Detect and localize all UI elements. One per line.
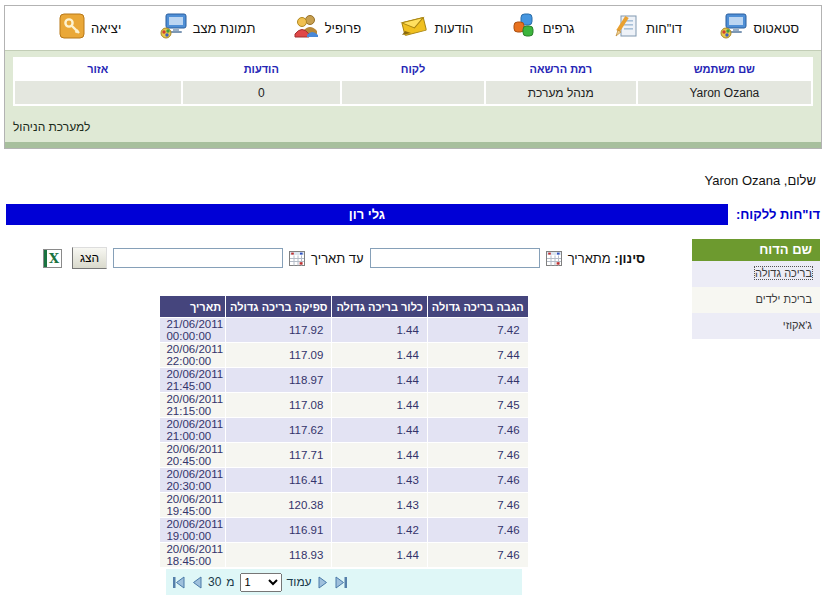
col-header-permission[interactable]: רמת הרשאה — [486, 59, 636, 79]
nav-label-snapshot: תמונת מצב — [193, 21, 256, 36]
sidebar-item-big-pool[interactable]: בריכה גדולה — [692, 261, 820, 287]
report-sidebar: שם הדוח בריכה גדולה בריכת ילדים ג'אקוזי — [692, 239, 820, 339]
table-row: 7.46 1.44 118.93 20/06/2011 18:45:00 — [160, 543, 527, 567]
header-frame: סטאטוס דו"חות גרפים הודעות פרופיל — [4, 5, 822, 149]
col-header-chlorine-big-pool: כלור בריכה גדולה — [332, 296, 426, 317]
col-header-username[interactable]: שם משתמש — [638, 59, 811, 79]
chlorine-cell: 1.42 — [332, 518, 426, 542]
of-label: מ — [226, 575, 234, 589]
flow-cell: 118.93 — [226, 543, 331, 567]
nav-item-exit[interactable]: יציאה — [59, 13, 121, 43]
nav-label-status: סטאטוס — [753, 21, 799, 36]
nav-item-profile[interactable]: פרופיל — [293, 13, 361, 43]
nav-item-status[interactable]: סטאטוס — [719, 13, 799, 43]
nav-item-reports[interactable]: דו"חות — [612, 13, 682, 43]
table-row: 7.46 1.43 116.41 20/06/2011 20:30:00 — [160, 468, 527, 492]
flow-cell: 120.38 — [226, 493, 331, 517]
ph-cell: 7.46 — [428, 543, 528, 567]
to-date-calendar-icon[interactable] — [289, 251, 305, 266]
filter-to-label: עד תאריך — [311, 251, 364, 266]
nav-label-reports: דו"חות — [646, 21, 682, 36]
sidebar-title: שם הדוח — [692, 239, 820, 261]
table-row: 7.44 1.44 117.09 20/06/2011 22:00:00 — [160, 343, 527, 367]
svg-text:X: X — [49, 251, 60, 266]
flow-cell: 117.62 — [226, 418, 331, 442]
chlorine-cell: 1.44 — [332, 418, 426, 442]
col-header-region[interactable]: אזור — [15, 59, 181, 79]
flow-cell: 116.91 — [226, 518, 331, 542]
ph-cell: 7.44 — [428, 368, 528, 392]
greeting-text: שלום, Yaron Ozana — [0, 173, 816, 188]
user-info-panel: שם משתמש רמת הרשאה לקוח הודעות אזור Yaro… — [5, 50, 821, 142]
col-header-ph-big-pool: הגבה בריכה גדולה — [428, 296, 528, 317]
date-cell: 21/06/2011 00:00:00 — [160, 318, 225, 342]
nav-item-snapshot[interactable]: תמונת מצב — [159, 13, 256, 43]
date-cell: 20/06/2011 18:45:00 — [160, 543, 225, 567]
pagination-bar: 30 מ 1 עמוד — [166, 569, 522, 595]
sidebar-item-jacuzzi[interactable]: ג'אקוזי — [692, 313, 820, 339]
reports-icon — [612, 13, 640, 43]
col-header-messages[interactable]: הודעות — [183, 59, 341, 79]
from-date-calendar-icon[interactable] — [546, 251, 562, 266]
col-header-date: תאריך — [160, 296, 225, 317]
report-section-label: דו"חות ללקוח: — [736, 207, 820, 222]
ph-cell: 7.42 — [428, 318, 528, 342]
nav-label-messages: הודעות — [435, 21, 474, 36]
messages-count: 0 — [183, 81, 341, 104]
nav-item-messages[interactable]: הודעות — [399, 13, 474, 43]
admin-system-link[interactable]: למערכת הניהול — [13, 120, 90, 134]
user-info-table: שם משתמש רמת הרשאה לקוח הודעות אזור Yaro… — [13, 57, 813, 106]
table-row: 7.46 1.43 120.38 20/06/2011 19:45:00 — [160, 493, 527, 517]
ph-cell: 7.45 — [428, 393, 528, 417]
user-info-header-row: שם משתמש רמת הרשאה לקוח הודעות אזור — [15, 59, 811, 79]
flow-cell: 117.08 — [226, 393, 331, 417]
report-data-table: הגבה בריכה גדולה כלור בריכה גדולה ספיקה … — [159, 295, 528, 568]
from-date-input[interactable] — [370, 248, 540, 268]
total-pages: 30 — [208, 575, 221, 589]
date-cell: 20/06/2011 19:00:00 — [160, 518, 225, 542]
ph-cell: 7.46 — [428, 493, 528, 517]
nav-label-graphs: גרפים — [543, 21, 575, 36]
report-header-row: דו"חות ללקוח: גלי רון — [6, 204, 820, 225]
excel-export-icon[interactable]: X — [43, 249, 62, 268]
chlorine-cell: 1.44 — [332, 393, 426, 417]
report-table-header-row: הגבה בריכה גדולה כלור בריכה גדולה ספיקה … — [160, 296, 527, 317]
date-cell: 20/06/2011 22:00:00 — [160, 343, 225, 367]
graphs-icon — [511, 13, 537, 43]
first-page-button[interactable] — [334, 576, 348, 589]
sidebar-item-kids-pool[interactable]: בריכת ילדים — [692, 287, 820, 313]
table-row: 7.44 1.44 118.97 20/06/2011 21:45:00 — [160, 368, 527, 392]
top-navbar: סטאטוס דו"חות גרפים הודעות פרופיל — [5, 6, 821, 50]
table-row: 7.46 1.42 116.91 20/06/2011 19:00:00 — [160, 518, 527, 542]
next-page-button[interactable] — [191, 576, 203, 589]
page-label: עמוד — [287, 575, 312, 589]
ph-cell: 7.44 — [428, 343, 528, 367]
region-value — [15, 81, 181, 104]
show-button[interactable]: הצג — [72, 247, 107, 269]
report-title-bar: גלי רון — [6, 204, 728, 225]
prev-page-button[interactable] — [317, 576, 329, 589]
permission-value: מנהל מערכת — [486, 81, 636, 104]
nav-item-graphs[interactable]: גרפים — [511, 13, 575, 43]
page-select[interactable]: 1 — [240, 573, 282, 592]
flow-cell: 117.09 — [226, 343, 331, 367]
to-date-input[interactable] — [113, 248, 283, 268]
client-value — [342, 81, 484, 104]
table-row: 7.46 1.44 117.62 20/06/2011 21:00:00 — [160, 418, 527, 442]
col-header-flow-big-pool: ספיקה בריכה גדולה — [226, 296, 331, 317]
nav-label-profile: פרופיל — [325, 21, 361, 36]
flow-cell: 117.92 — [226, 318, 331, 342]
chlorine-cell: 1.44 — [332, 368, 426, 392]
flow-cell: 116.41 — [226, 468, 331, 492]
snapshot-icon — [159, 13, 187, 43]
table-row: 7.42 1.44 117.92 21/06/2011 00:00:00 — [160, 318, 527, 342]
status-icon — [719, 13, 747, 43]
col-header-client[interactable]: לקוח — [342, 59, 484, 79]
date-cell: 20/06/2011 20:45:00 — [160, 443, 225, 467]
ph-cell: 7.46 — [428, 518, 528, 542]
username-value: Yaron Ozana — [638, 81, 811, 104]
ph-cell: 7.46 — [428, 468, 528, 492]
flow-cell: 118.97 — [226, 368, 331, 392]
last-page-button[interactable] — [172, 576, 186, 589]
exit-icon — [59, 13, 85, 43]
